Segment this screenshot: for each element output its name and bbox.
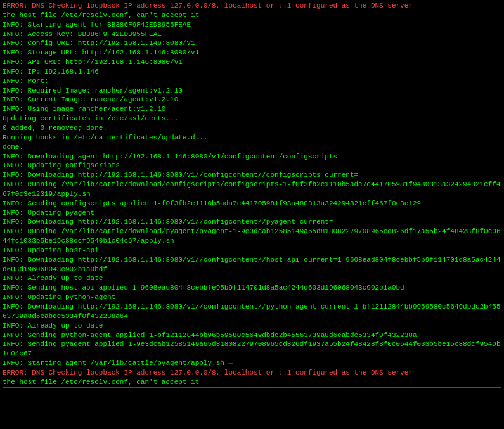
terminal-line: INFO: Downloading agent http://192.168.1…	[3, 152, 501, 162]
terminal-line: INFO: Downloading http://192.168.1.146:8…	[3, 170, 501, 180]
terminal-line: ERROR: DNS Checking loopback IP address …	[3, 368, 501, 378]
terminal-line: INFO: Running /var/lib/cattle/download/p…	[3, 227, 501, 246]
terminal-line: INFO: Sending host-api applied 1-9608ead…	[3, 283, 501, 293]
terminal-line: INFO: Already up to date	[3, 321, 501, 331]
terminal-line: INFO: Sending python-agent applied 1-bf1…	[3, 331, 501, 340]
terminal-line: INFO: Updating configscripts	[3, 161, 501, 170]
terminal-line: Updating certificates in /etc/ssl/certs.…	[3, 114, 501, 124]
terminal-line: the host file /etc/resolv.conf, can't ac…	[3, 378, 501, 388]
terminal-line: INFO: API URL: http://192.168.1.146:8080…	[3, 58, 501, 67]
terminal-line: INFO: Running /var/lib/cattle/download/c…	[3, 180, 501, 199]
terminal-line: done.	[3, 143, 501, 152]
terminal-line: 0 added, 0 removed; done.	[3, 124, 501, 133]
terminal-line: Running hooks in /etc/ca-certificates/up…	[3, 133, 501, 143]
terminal-line: INFO: Using image rancher/agent:v1.2.10	[3, 105, 501, 114]
terminal-line: INFO: Required Image: rancher/agent:v1.2…	[3, 86, 501, 96]
terminal-line: INFO: Downloading http://192.168.1.146:8…	[3, 255, 501, 274]
terminal-output: ERROR: DNS Checking loopback IP address …	[0, 0, 504, 429]
terminal-line: INFO: Sending pyagent applied 1-9e3dcab1…	[3, 340, 501, 359]
terminal-line: INFO: Downloading http://192.168.1.146:8…	[3, 217, 501, 227]
terminal-line: INFO: Access Key: BB386F9F42EDB955FEAE	[3, 30, 501, 39]
terminal-line: INFO: Config URL: http://192.168.1.146:8…	[3, 39, 501, 48]
terminal-line: ERROR: DNS Checking loopback IP address …	[3, 1, 501, 11]
terminal-line: the host file /etc/resolv.conf, can't ac…	[3, 11, 501, 20]
terminal-line: INFO: Already up to date	[3, 274, 501, 283]
terminal-line: INFO: Updating host-api	[3, 246, 501, 255]
terminal-line: INFO: Port:	[3, 77, 501, 86]
terminal-line: INFO: Starting agent for BB386F9F42EDB95…	[3, 20, 501, 30]
terminal-line: INFO: Downloading http://192.168.1.146:8…	[3, 302, 501, 321]
terminal-line: INFO: IP: 192.168.1.146	[3, 67, 501, 77]
terminal-line: INFO: Sending configscripts applied 1-f0…	[3, 199, 501, 208]
terminal-line: INFO: Current Image: rancher/agent:v1.2.…	[3, 95, 501, 105]
terminal-line: INFO: Updating python-agent	[3, 293, 501, 302]
terminal-line: INFO: Starting agent /var/lib/cattle/pya…	[3, 359, 501, 368]
terminal-line: INFO: Storage URL: http://192.168.1.146:…	[3, 48, 501, 58]
terminal-line: INFO: Updating pyagent	[3, 208, 501, 218]
